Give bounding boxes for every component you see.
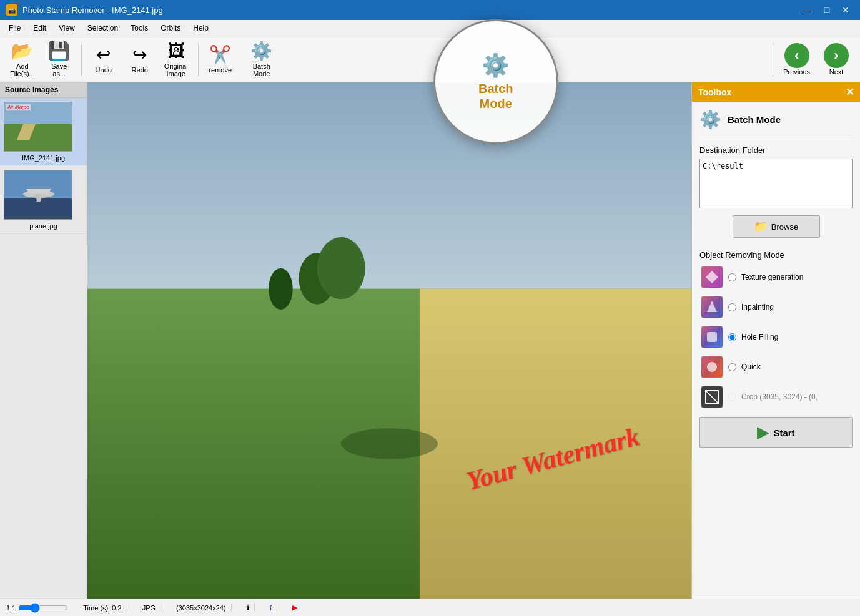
texture-radio[interactable] [728,273,736,281]
browse-icon: 📁 [754,220,768,233]
save-as-button[interactable]: 💾 Saveas... [42,38,76,80]
source-item-label-1: plane.jpg [4,222,83,230]
minimize-button[interactable]: — [800,3,816,17]
svg-rect-9 [87,82,691,289]
crop-label: Crop (3035, 3024) - (0, [741,393,818,401]
close-button[interactable]: ✕ [838,3,854,17]
source-item-0[interactable]: Air Maroc IMG_2141.jpg [0,98,87,166]
mode-option-crop: Crop (3035, 3024) - (0, [699,384,853,409]
hole-label[interactable]: Hole Filling [741,333,778,341]
add-files-button[interactable]: 📂 AddFile(s)... [5,38,40,80]
start-button[interactable]: ▶ Start [699,417,853,448]
original-image-button[interactable]: 🖼 OriginalImage [159,38,193,80]
save-as-icon: 💾 [48,41,70,61]
hole-icon [701,326,723,348]
menu-help[interactable]: Help [187,22,215,34]
remove-button[interactable]: ✂️ remove [204,42,237,76]
start-icon: ▶ [757,424,768,441]
previous-label: Previous [783,68,810,76]
remove-label: remove [209,66,232,74]
menu-selection[interactable]: Selection [81,22,124,34]
crop-icon [701,386,723,408]
object-removing-mode-label: Object Removing Mode [699,250,853,260]
svg-marker-18 [707,301,717,312]
hole-radio[interactable] [728,333,736,341]
zoom-slider[interactable] [18,603,68,613]
social-facebook[interactable]: f [265,604,278,612]
main-image: Your Watermark [87,82,691,599]
menu-orbits[interactable]: Orbits [154,22,187,34]
save-as-label: Saveas... [51,62,67,77]
previous-icon: ‹ [784,43,809,68]
batch-label: BatchMode [253,62,270,77]
toolbox-header: Toolbox ✕ [692,82,860,102]
svg-rect-1 [4,124,72,152]
quick-icon [701,356,723,378]
toolbar-separator-1 [81,42,82,76]
mode-gear-icon: ⚙️ [699,109,721,130]
svg-point-14 [269,268,293,310]
undo-label: Undo [96,66,112,74]
svg-rect-5 [4,198,72,220]
crop-radio[interactable] [728,393,736,401]
batch-gear-icon: ⚙️ [482,52,510,79]
svg-marker-7 [26,189,51,194]
texture-label[interactable]: Texture generation [741,273,803,281]
status-bar: 1:1 Time (s): 0.2 JPG (3035x3024x24) ℹ f… [0,599,860,616]
svg-point-16 [341,428,438,459]
original-image-icon: 🖼 [167,41,185,61]
source-item-label-0: IMG_2141.jpg [4,154,83,162]
source-item-1[interactable]: plane.jpg [0,166,87,234]
mode-option-hole: Hole Filling [699,325,853,350]
toolbox-close-button[interactable]: ✕ [846,86,854,98]
social-youtube[interactable]: ▶ [287,604,302,612]
title-bar: 📷 Photo Stamp Remover - IMG_2141.jpg — □… [0,0,860,20]
mode-option-texture: Texture generation [699,265,853,290]
menu-edit[interactable]: Edit [27,22,52,34]
menu-tools[interactable]: Tools [124,22,154,34]
quick-radio[interactable] [728,363,736,371]
toolbar-nav-area: ‹ Previous › Next [770,41,855,78]
remove-icon: ✂️ [209,44,231,65]
browse-button[interactable]: 📁 Browse [733,215,820,238]
toolbox-body: ⚙️ Batch Mode Destination Folder C:\resu… [692,102,860,599]
batch-mode-button[interactable]: ⚙️ BatchMode [240,38,284,80]
svg-rect-19 [707,332,717,342]
source-thumb-0: Air Maroc [4,102,72,152]
status-format: JPG [137,604,161,612]
menu-view[interactable]: View [52,22,81,34]
svg-point-15 [317,237,365,299]
svg-point-20 [707,362,717,372]
destination-folder-input[interactable]: C:\result [699,159,853,208]
inpaint-radio[interactable] [728,303,736,311]
menu-file[interactable]: File [2,22,27,34]
browse-label: Browse [771,222,798,232]
previous-button[interactable]: ‹ Previous [777,41,816,78]
maximize-button[interactable]: □ [819,3,835,17]
time-label: Time (s): [83,604,110,612]
redo-button[interactable]: ↪ Redo [123,42,157,76]
menu-bar: File Edit View Selection Tools Orbits He… [0,20,860,36]
destination-folder-label: Destination Folder [699,145,853,155]
inpaint-label[interactable]: Inpainting [741,303,774,311]
redo-icon: ↪ [132,44,147,65]
undo-button[interactable]: ↩ Undo [87,42,121,76]
canvas-area[interactable]: Your Watermark [87,82,691,599]
add-files-icon: 📂 [11,41,33,61]
status-dimensions: (3035x3024x24) [171,604,232,612]
batch-icon: ⚙️ [250,41,272,61]
app-icon: 📷 [6,4,17,16]
undo-icon: ↩ [96,44,111,65]
svg-marker-17 [706,271,718,283]
source-panel: Source Images Air Maroc IMG_2141.jpg [0,82,87,599]
status-time: Time (s): 0.2 [78,604,127,612]
quick-label[interactable]: Quick [741,363,761,371]
svg-line-22 [706,391,718,403]
batch-mode-highlight: ⚙️ BatchMode [433,19,558,144]
texture-icon [701,266,723,288]
toolbox-title: Toolbox [698,87,731,97]
next-button[interactable]: › Next [818,41,855,78]
toolbox-mode-header: ⚙️ Batch Mode [699,109,853,135]
info-icon[interactable]: ℹ [242,604,255,612]
inpaint-icon [701,296,723,318]
